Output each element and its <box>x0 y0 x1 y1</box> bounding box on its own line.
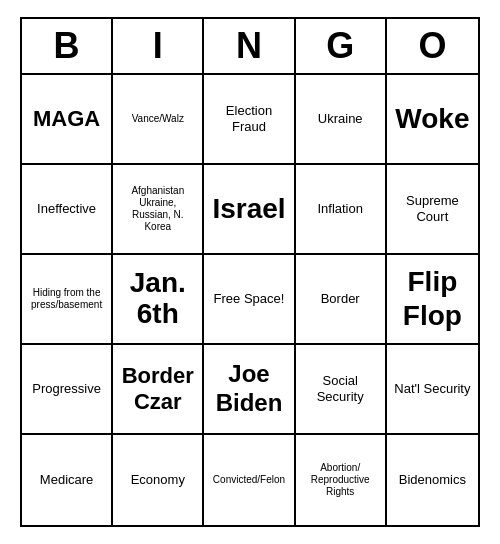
bingo-cell: Woke <box>387 75 478 165</box>
bingo-cell: Flip Flop <box>387 255 478 345</box>
header-letter: O <box>387 19 478 73</box>
bingo-cell: Border <box>296 255 387 345</box>
bingo-cell: Hiding from the press/basement <box>22 255 113 345</box>
bingo-grid: MAGAVance/WalzElection FraudUkraineWokeI… <box>22 75 478 525</box>
bingo-cell: Bidenomics <box>387 435 478 525</box>
bingo-cell: Economy <box>113 435 204 525</box>
bingo-cell: Nat'l Security <box>387 345 478 435</box>
bingo-cell: Vance/Walz <box>113 75 204 165</box>
bingo-cell: Ineffective <box>22 165 113 255</box>
bingo-cell: Israel <box>204 165 295 255</box>
bingo-cell: Joe Biden <box>204 345 295 435</box>
bingo-cell: Border Czar <box>113 345 204 435</box>
bingo-cell: Inflation <box>296 165 387 255</box>
bingo-cell: Election Fraud <box>204 75 295 165</box>
bingo-cell: Progressive <box>22 345 113 435</box>
bingo-cell: Social Security <box>296 345 387 435</box>
header-letter: I <box>113 19 204 73</box>
bingo-header: BINGO <box>22 19 478 75</box>
bingo-card: BINGO MAGAVance/WalzElection FraudUkrain… <box>20 17 480 527</box>
bingo-cell: Ukraine <box>296 75 387 165</box>
header-letter: N <box>204 19 295 73</box>
bingo-cell: Afghanistan Ukraine, Russian, N. Korea <box>113 165 204 255</box>
header-letter: G <box>296 19 387 73</box>
header-letter: B <box>22 19 113 73</box>
bingo-cell: Free Space! <box>204 255 295 345</box>
bingo-cell: Supreme Court <box>387 165 478 255</box>
bingo-cell: Medicare <box>22 435 113 525</box>
bingo-cell: Jan. 6th <box>113 255 204 345</box>
bingo-cell: MAGA <box>22 75 113 165</box>
bingo-cell: Convicted/Felon <box>204 435 295 525</box>
bingo-cell: Abortion/ Reproductive Rights <box>296 435 387 525</box>
